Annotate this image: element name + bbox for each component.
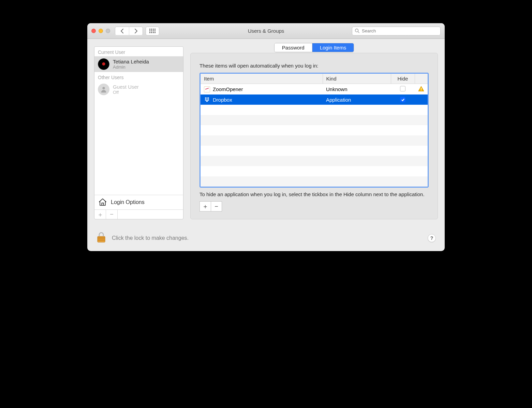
remove-item-button[interactable]: − [211,202,222,211]
login-items-hint: To hide an application when you log in, … [200,191,429,198]
sidebar-user-guest[interactable]: Guest User Off [94,82,183,97]
sidebar-section-other: Other Users [94,72,183,82]
show-all-button[interactable] [146,27,159,35]
sidebar-footer: ＋ − [94,209,183,219]
minimize-button[interactable] [99,29,103,33]
user-role: Admin [113,64,149,70]
table-row-empty [201,105,428,115]
hide-checkbox[interactable] [400,97,405,102]
svg-rect-8 [98,240,105,241]
user-name: Tetiana Leheida [113,59,149,64]
sidebar-user-current[interactable]: Tetiana Leheida Admin [94,56,183,72]
guest-status: Off [113,90,139,95]
sidebar-section-current: Current User [94,47,183,56]
add-item-button[interactable]: ＋ [200,202,211,211]
table-row-empty [201,156,428,166]
item-name: Dropbox [213,97,232,103]
zoom-icon [204,86,210,92]
col-header-extra [415,74,428,84]
search-icon [355,28,359,33]
lock-icon[interactable] [96,232,106,244]
avatar-guest [98,84,109,95]
login-options-label: Login Options [111,199,145,205]
window: Users & Groups Current User Tetiana Lehe… [87,23,445,251]
tab-login-items[interactable]: Login Items [312,43,354,52]
login-items-table-frame: Item Kind Hide ZoomOpenerUnknownDropboxA… [200,73,429,188]
body: Current User Tetiana Leheida Admin Other… [87,39,445,223]
svg-rect-6 [98,237,105,238]
close-button[interactable] [91,29,96,33]
item-kind: Application [323,94,391,105]
svg-line-1 [358,31,359,33]
remove-user-button[interactable]: − [106,210,118,219]
back-button[interactable] [115,27,129,35]
lock-text: Click the lock to make changes. [112,235,189,241]
item-kind: Unknown [323,84,391,95]
titlebar: Users & Groups [87,23,445,39]
col-header-item[interactable]: Item [201,74,323,84]
main: Password Login Items These items will op… [190,46,438,219]
svg-rect-7 [98,238,105,239]
search-input[interactable] [352,27,441,35]
login-items-table: Item Kind Hide ZoomOpenerUnknownDropboxA… [201,74,428,187]
guest-name: Guest User [113,84,139,90]
search-wrap [352,27,441,35]
zoom-button[interactable] [106,29,110,33]
table-row-empty [201,135,428,146]
add-remove-items: ＋ − [200,201,222,212]
sidebar: Current User Tetiana Leheida Admin Other… [94,46,183,219]
table-row-empty [201,176,428,187]
help-button[interactable]: ? [428,234,436,242]
col-header-hide[interactable]: Hide [391,74,415,84]
forward-button[interactable] [129,27,143,35]
footer: Click the lock to make changes. ? [87,223,445,251]
warning-icon [418,87,424,93]
house-icon [98,198,107,207]
traffic-lights [91,29,110,33]
table-row-empty [201,115,428,125]
table-row-empty [201,166,428,176]
grid-icon [149,29,156,33]
nav-buttons [115,27,143,35]
hide-checkbox[interactable] [400,86,405,91]
table-row-empty [201,146,428,156]
svg-point-2 [102,87,105,89]
login-items-panel: These items will open automatically when… [190,53,438,219]
add-user-button[interactable]: ＋ [94,210,106,219]
dropbox-icon [204,97,210,103]
table-row-empty [201,125,428,135]
login-items-intro: These items will open automatically when… [200,63,429,69]
tabs: Password Login Items [190,43,438,52]
login-options-button[interactable]: Login Options [94,195,183,209]
avatar [98,58,109,70]
svg-rect-4 [421,90,422,91]
item-name: ZoomOpener [213,86,243,92]
table-row[interactable]: ZoomOpenerUnknown [201,84,428,95]
table-row[interactable]: DropboxApplication [201,94,428,105]
col-header-kind[interactable]: Kind [323,74,391,84]
svg-rect-3 [421,88,422,89]
tab-password[interactable]: Password [275,43,312,52]
